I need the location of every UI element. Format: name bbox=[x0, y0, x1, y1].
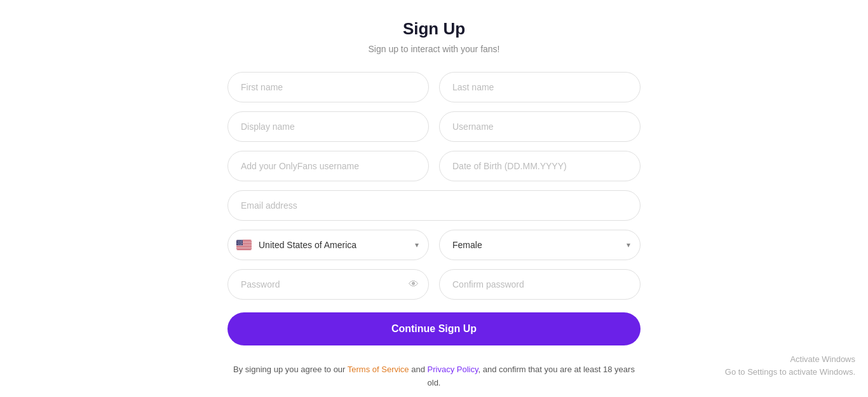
first-name-input[interactable] bbox=[227, 72, 429, 102]
activate-windows-line1: Activate Windows bbox=[725, 353, 855, 366]
gender-select[interactable]: Female Male Other bbox=[439, 230, 641, 260]
username-field bbox=[439, 111, 641, 142]
privacy-policy-link[interactable]: Privacy Policy bbox=[428, 365, 478, 374]
signup-form: ★ ★ ★ ★ ★ ★ ★ ★ ★ ★ ★ ★ ★ ★ ★ bbox=[227, 72, 641, 397]
email-field bbox=[227, 190, 641, 221]
page-subtitle: Sign up to interact with your fans! bbox=[369, 44, 500, 54]
name-row bbox=[227, 72, 641, 102]
onlyfans-field bbox=[227, 151, 429, 181]
gender-select-wrapper: Female Male Other ▾ bbox=[439, 230, 641, 260]
password-row: 👁 bbox=[227, 269, 641, 300]
display-name-field bbox=[227, 111, 429, 142]
dob-field bbox=[439, 151, 641, 181]
confirm-password-field bbox=[439, 269, 641, 300]
username-input[interactable] bbox=[439, 111, 641, 142]
dob-input[interactable] bbox=[439, 151, 641, 181]
of-dob-row bbox=[227, 151, 641, 181]
activate-windows-line2: Go to Settings to activate Windows. bbox=[725, 366, 855, 379]
last-name-field bbox=[439, 72, 641, 102]
country-gender-row: ★ ★ ★ ★ ★ ★ ★ ★ ★ ★ ★ ★ ★ ★ ★ bbox=[227, 230, 641, 260]
display-username-row bbox=[227, 111, 641, 142]
password-field: 👁 bbox=[227, 269, 429, 300]
country-select-wrapper: ★ ★ ★ ★ ★ ★ ★ ★ ★ ★ ★ ★ ★ ★ ★ bbox=[227, 230, 429, 260]
last-name-input[interactable] bbox=[439, 72, 641, 102]
terms-text: By signing up you agree to our Terms of … bbox=[227, 363, 641, 390]
first-name-field bbox=[227, 72, 429, 102]
password-input[interactable] bbox=[227, 269, 429, 300]
email-row bbox=[227, 190, 641, 221]
activate-windows-watermark: Activate Windows Go to Settings to activ… bbox=[725, 353, 855, 378]
country-select[interactable]: United States of America United Kingdom … bbox=[227, 230, 429, 260]
onlyfans-input[interactable] bbox=[227, 151, 429, 181]
continue-signup-button[interactable]: Continue Sign Up bbox=[227, 312, 641, 345]
eye-icon[interactable]: 👁 bbox=[409, 279, 419, 290]
confirm-password-input[interactable] bbox=[439, 269, 641, 300]
display-name-input[interactable] bbox=[227, 111, 429, 142]
terms-of-service-link[interactable]: Terms of Service bbox=[348, 365, 409, 374]
email-input[interactable] bbox=[227, 190, 641, 221]
page-title: Sign Up bbox=[403, 19, 465, 39]
